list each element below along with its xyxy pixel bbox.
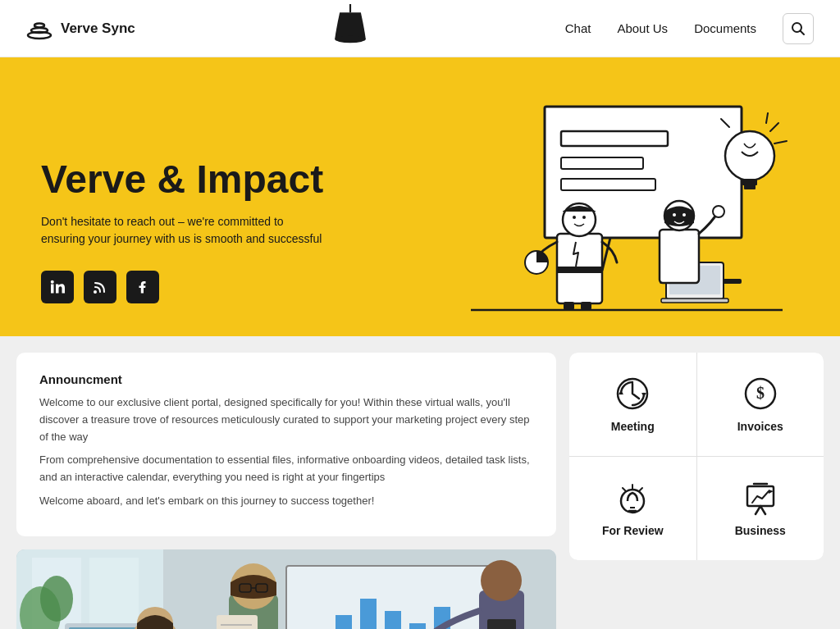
svg-marker-78 [641,393,646,397]
business-icon [742,480,778,516]
svg-rect-28 [661,299,728,303]
svg-rect-87 [747,486,774,506]
svg-point-33 [713,206,724,217]
svg-line-38 [774,141,787,144]
linkedin-icon[interactable] [41,271,74,303]
svg-rect-18 [557,267,602,273]
svg-point-21 [582,216,586,219]
svg-point-1 [31,28,48,33]
left-column: Announcment Welcome to our exclusive cli… [16,353,556,629]
svg-rect-75 [487,619,516,629]
svg-rect-23 [564,302,574,310]
nav-center [135,4,565,53]
announcement-card: Announcment Welcome to our exclusive cli… [16,353,556,536]
brand-name: Verve Sync [61,21,135,37]
for-review-icon [614,480,651,516]
scene-illustration [16,549,556,629]
logo-area[interactable]: Verve Sync [26,16,135,42]
hero-illustration [405,90,799,336]
svg-point-74 [481,560,522,601]
svg-marker-77 [619,390,623,394]
svg-line-89 [760,506,765,514]
invoices-icon: $ [742,376,778,412]
svg-rect-70 [385,611,401,629]
svg-point-9 [94,290,97,294]
photo-card [16,549,556,629]
search-icon [791,21,806,36]
nav-link-about[interactable]: About Us [617,21,668,35]
right-column: Meeting $ Invoices [569,353,824,629]
svg-rect-36 [744,185,756,189]
svg-line-85 [623,488,626,491]
svg-point-32 [682,213,686,217]
svg-rect-24 [581,302,591,310]
announcement-title: Announcment [39,372,533,386]
invoices-label: Invoices [737,420,783,433]
logo-icon [26,16,52,42]
hero-title: Verve & Impact [41,158,405,202]
svg-line-88 [756,506,760,514]
for-review-label: For Review [602,524,664,537]
navbar: Verve Sync Chat About Us Documents [0,0,840,57]
nav-links: Chat About Us Documents [565,13,814,44]
hero-left: Verve & Impact Don't hesitate to reach o… [41,158,405,336]
business-label: Business [735,524,786,537]
nav-link-documents[interactable]: Documents [694,21,756,35]
hero-svg [405,90,799,336]
svg-point-31 [673,213,676,217]
svg-rect-69 [360,599,377,629]
svg-rect-44 [89,558,139,629]
svg-point-2 [34,23,44,27]
scene-svg [16,549,556,629]
facebook-icon[interactable] [126,271,159,303]
svg-point-8 [51,280,54,284]
meeting-icon [614,376,651,412]
grid-item-meeting[interactable]: Meeting [569,353,696,456]
hero-section: Verve & Impact Don't hesitate to reach o… [0,57,840,336]
svg-line-86 [639,488,642,491]
svg-rect-35 [742,179,757,185]
rss-icon[interactable] [84,271,116,303]
nav-link-chat[interactable]: Chat [565,21,591,35]
grid-item-invoices[interactable]: $ Invoices [697,353,824,456]
meeting-label: Meeting [611,420,655,433]
svg-rect-62 [217,615,258,629]
svg-rect-71 [409,623,426,629]
svg-line-39 [766,113,768,123]
right-grid: Meeting $ Invoices [569,353,824,560]
grid-item-business[interactable]: Business [697,457,824,560]
grid-item-for-review[interactable]: For Review [569,457,696,560]
announcement-para-3: Welcome aboard, and let's embark on this… [39,493,533,510]
search-button[interactable] [783,13,814,44]
svg-rect-29 [660,230,699,283]
social-icons [41,271,405,303]
svg-line-37 [770,123,778,131]
svg-rect-68 [336,615,352,629]
svg-point-20 [573,216,576,219]
announcement-para-1: Welcome to our exclusive client portal, … [39,394,533,445]
svg-text:$: $ [756,384,765,402]
svg-point-46 [40,576,73,622]
announcement-para-2: From comprehensive documentation to esse… [39,452,533,486]
lamp-icon [326,4,375,53]
svg-point-4 [335,35,366,43]
svg-line-6 [801,30,805,34]
hero-subtitle: Don't hesitate to reach out – we're comm… [41,213,328,248]
main-content: Announcment Welcome to our exclusive cli… [0,336,840,629]
svg-rect-7 [51,285,54,294]
